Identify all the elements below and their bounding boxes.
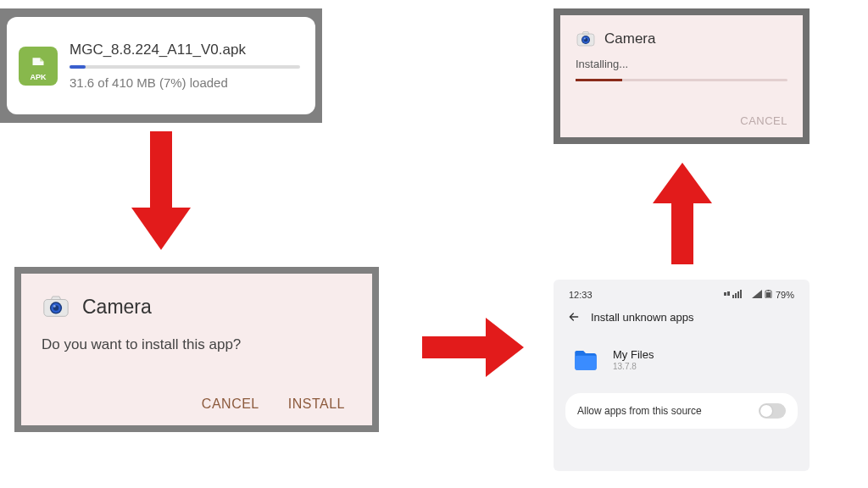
battery-icon xyxy=(765,290,773,300)
svg-rect-17 xyxy=(766,292,771,297)
svg-marker-1 xyxy=(131,208,191,250)
installing-panel: Camera Installing... CANCEL xyxy=(554,8,810,144)
network-icon xyxy=(724,290,749,300)
install-button[interactable]: INSTALL xyxy=(288,396,345,412)
svg-marker-20 xyxy=(653,163,712,203)
camera-app-icon xyxy=(42,292,70,321)
svg-rect-7 xyxy=(422,336,486,358)
installing-app-name: Camera xyxy=(604,30,655,47)
my-files-app-icon xyxy=(570,344,601,374)
battery-percent: 79% xyxy=(776,290,794,300)
svg-point-6 xyxy=(53,305,56,308)
svg-marker-8 xyxy=(486,318,524,377)
svg-marker-15 xyxy=(752,290,762,298)
svg-rect-13 xyxy=(737,291,739,298)
download-filename: MGC_8.8.224_A11_V0.apk xyxy=(70,42,300,58)
flow-arrow-down-1 xyxy=(131,131,191,250)
installing-header: Camera xyxy=(576,29,787,49)
download-notification-panel: APK MGC_8.8.224_A11_V0.apk 31.6 of 410 M… xyxy=(0,8,322,123)
allow-source-toggle[interactable] xyxy=(759,403,786,419)
flow-arrow-up xyxy=(653,163,712,264)
toggle-knob xyxy=(760,405,772,417)
settings-unknown-apps-panel: 12:33 79% Install unknown apps My Files … xyxy=(554,280,810,471)
download-progress-bar xyxy=(70,65,300,69)
download-progress-fill xyxy=(70,65,86,69)
installing-progress-bar xyxy=(576,79,787,81)
installing-status-text: Installing... xyxy=(576,58,787,70)
app-info-row: My Files 13.7.8 xyxy=(565,336,798,388)
apk-file-icon: APK xyxy=(19,47,58,86)
app-meta: My Files 13.7.8 xyxy=(613,348,654,371)
camera-app-icon xyxy=(576,29,596,49)
svg-rect-14 xyxy=(740,290,742,298)
download-card[interactable]: APK MGC_8.8.224_A11_V0.apk 31.6 of 410 M… xyxy=(7,17,315,114)
cancel-button[interactable]: CANCEL xyxy=(202,396,259,412)
svg-rect-19 xyxy=(575,356,597,370)
signal-icon xyxy=(752,290,762,300)
settings-header: Install unknown apps xyxy=(565,307,798,336)
back-arrow-icon[interactable] xyxy=(567,310,581,324)
toggle-label: Allow apps from this source xyxy=(577,405,702,417)
install-prompt-panel: Camera Do you want to install this app? … xyxy=(14,267,379,432)
apk-label: APK xyxy=(30,73,46,81)
download-info: MGC_8.8.224_A11_V0.apk 31.6 of 410 MB (7… xyxy=(70,42,300,90)
install-prompt-card: Camera Do you want to install this app? … xyxy=(21,274,372,425)
status-bar: 12:33 79% xyxy=(565,288,798,307)
svg-rect-0 xyxy=(150,131,172,208)
svg-rect-18 xyxy=(767,290,769,291)
flow-arrow-right xyxy=(422,313,524,381)
svg-point-26 xyxy=(584,38,586,40)
settings-page-title: Install unknown apps xyxy=(591,311,693,324)
download-status-text: 31.6 of 410 MB (7%) loaded xyxy=(70,75,300,90)
install-prompt-header: Camera xyxy=(42,292,352,321)
install-prompt-question: Do you want to install this app? xyxy=(42,336,352,353)
installing-progress-fill xyxy=(576,79,622,81)
installing-card: Camera Installing... CANCEL xyxy=(560,15,803,137)
svg-rect-12 xyxy=(735,293,737,298)
status-indicators: 79% xyxy=(724,290,794,300)
settings-app-name: My Files xyxy=(613,348,654,361)
svg-rect-9 xyxy=(724,292,726,296)
install-prompt-app-name: Camera xyxy=(82,296,152,319)
svg-rect-21 xyxy=(671,203,693,264)
svg-rect-11 xyxy=(732,295,734,298)
allow-source-toggle-card[interactable]: Allow apps from this source xyxy=(565,393,798,429)
installing-actions: CANCEL xyxy=(576,114,787,127)
svg-rect-10 xyxy=(727,291,730,296)
status-time: 12:33 xyxy=(569,290,593,300)
install-prompt-actions: CANCEL INSTALL xyxy=(42,396,352,412)
settings-app-version: 13.7.8 xyxy=(613,362,654,371)
installing-cancel-button[interactable]: CANCEL xyxy=(740,114,787,127)
